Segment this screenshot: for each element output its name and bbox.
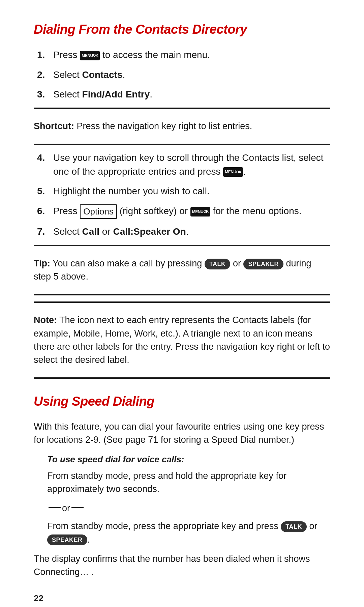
page-number: 22: [34, 592, 330, 605]
step-7: 7. Select Call or Call:Speaker On.: [34, 225, 330, 239]
or-dash-right: [71, 507, 84, 508]
shortcut-body: Press the navigation key right to list e…: [74, 121, 252, 131]
menu-key-6: MENUOK: [190, 207, 210, 216]
section1-title: Dialing From the Contacts Directory: [34, 20, 330, 39]
note-body: The icon next to each entry represents t…: [34, 315, 330, 365]
step-2-text-after: .: [122, 69, 125, 80]
or-text: or: [62, 502, 70, 515]
step-6-content: Press Options (right softkey) or MENUOK …: [53, 204, 330, 219]
divider-tip-bottom: [34, 294, 330, 295]
step-2: 2. Select Contacts.: [34, 68, 330, 82]
step-3-content: Select Find/Add Entry.: [53, 88, 330, 102]
speed-dial-para2: From standby mode, press the appropriate…: [47, 520, 330, 546]
steps-list-2: 4. Use your navigation key to scroll thr…: [34, 151, 330, 239]
talk-badge-2: TALK: [281, 521, 307, 532]
step-5-num: 5.: [37, 184, 53, 198]
divider-tip-top: [34, 245, 330, 246]
step-3-num: 3.: [37, 88, 53, 102]
step-6-text-middle: (right softkey) or: [117, 206, 190, 216]
step-6-num: 6.: [37, 204, 53, 218]
step-7-num: 7.: [37, 225, 53, 239]
section2-title: Using Speed Dialing: [34, 392, 330, 411]
step-1-text-after: to access the main menu.: [100, 50, 210, 60]
step-1-content: Press MENUOK to access the main menu.: [53, 48, 330, 62]
divider-note-top: [34, 301, 330, 303]
step-7-text-middle: or: [99, 226, 113, 237]
step-5-content: Highlight the number you wish to call.: [53, 184, 330, 198]
note-box: Note: The icon next to each entry repres…: [34, 309, 330, 371]
step-3: 3. Select Find/Add Entry.: [34, 88, 330, 102]
section2-intro: With this feature, you can dial your fav…: [34, 420, 330, 446]
step-4: 4. Use your navigation key to scroll thr…: [34, 151, 330, 178]
step-7-content: Select Call or Call:Speaker On.: [53, 225, 330, 239]
para2-middle: or: [307, 521, 317, 531]
step-5-text: Highlight the number you wish to call.: [53, 186, 210, 196]
divider-shortcut-bottom: [34, 144, 330, 145]
shortcut-text: Shortcut: Press the navigation key right…: [34, 120, 330, 133]
step-7-text-after: .: [186, 226, 189, 237]
step-4-num: 4.: [37, 151, 53, 165]
para2-before: From standby mode, press the appropriate…: [47, 521, 281, 531]
step-3-text-before: Select: [53, 89, 82, 99]
shortcut-box: Shortcut: Press the navigation key right…: [34, 115, 330, 138]
speed-dial-content: From standby mode, press and hold the ap…: [34, 469, 330, 546]
menu-key-1: MENUOK: [80, 51, 100, 60]
options-key: Options: [80, 204, 117, 219]
speaker-badge-1: SPEAKER: [243, 259, 283, 269]
divider-note-bottom: [34, 377, 330, 379]
speed-dial-para1: From standby mode, press and hold the ap…: [47, 469, 330, 496]
speed-dial-sub-label: To use speed dial for voice calls:: [34, 453, 330, 466]
step-1-num: 1.: [37, 48, 53, 62]
tip-label: Tip:: [34, 258, 50, 268]
step-1-text-before: Press: [53, 50, 80, 60]
step-4-content: Use your navigation key to scroll throug…: [53, 151, 330, 178]
steps-list-1: 1. Press MENUOK to access the main menu.…: [34, 48, 330, 102]
step-2-text-before: Select: [53, 69, 82, 80]
step-5: 5. Highlight the number you wish to call…: [34, 184, 330, 198]
or-separator: or: [47, 502, 330, 515]
step-6-text-after: for the menu options.: [210, 206, 302, 216]
step-4-text: Use your navigation key to scroll throug…: [53, 152, 324, 177]
step-7-text-before: Select: [53, 226, 82, 237]
step-1: 1. Press MENUOK to access the main menu.: [34, 48, 330, 62]
tip-text: Tip: You can also make a call by pressin…: [34, 257, 330, 283]
step-3-bold: Find/Add Entry: [82, 89, 150, 99]
tip-body: You can also make a call by pressing: [50, 258, 205, 268]
step-4-text-after: .: [243, 166, 246, 177]
talk-badge-1: TALK: [205, 259, 231, 269]
or-dash-left: [49, 507, 61, 508]
tip-box: Tip: You can also make a call by pressin…: [34, 252, 330, 288]
step-2-bold: Contacts: [82, 69, 123, 80]
shortcut-label: Shortcut:: [34, 121, 74, 131]
step-3-text-after: .: [150, 89, 152, 99]
divider-shortcut-top: [34, 108, 330, 109]
note-text: Note: The icon next to each entry repres…: [34, 314, 330, 367]
note-label: Note:: [34, 315, 57, 325]
step-6: 6. Press Options (right softkey) or MENU…: [34, 204, 330, 219]
section2: Using Speed Dialing With this feature, y…: [34, 392, 330, 579]
speaker-badge-2: SPEAKER: [47, 534, 87, 545]
step-7-bold1: Call: [82, 226, 99, 237]
step-6-text-before: Press: [53, 206, 80, 216]
tip-or: or: [230, 258, 243, 268]
menu-key-4: MENUOK: [223, 167, 243, 177]
section2-conclusion: The display confirms that the number has…: [34, 552, 330, 579]
step-7-bold2: Call:Speaker On: [113, 226, 186, 237]
step-2-num: 2.: [37, 68, 53, 82]
step-2-content: Select Contacts.: [53, 68, 330, 82]
para2-after: .: [87, 534, 90, 545]
